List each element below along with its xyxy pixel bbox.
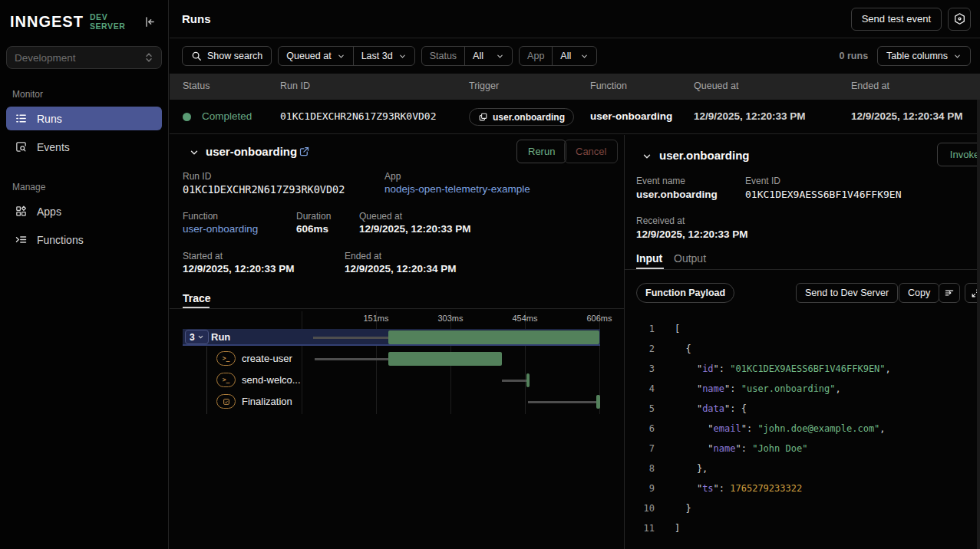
settings-button[interactable] [948, 8, 971, 31]
event-detail-panel: user.onboarding Invoke Event name user.o… [625, 135, 980, 549]
trace-delay-line [315, 358, 388, 360]
dev-server-badge: DEV SERVER [90, 12, 142, 31]
line-number: 11 [625, 523, 655, 534]
app-filter-label: App [520, 47, 552, 65]
column-header-run-id: Run ID [280, 81, 310, 91]
function-link[interactable]: user-onboarding [183, 223, 258, 235]
sidebar-item-runs[interactable]: Runs [6, 107, 162, 130]
status-filter-value[interactable]: All [464, 47, 512, 65]
trace-span-timeline [302, 350, 599, 367]
filter-bar: Show search Queued at Last 3d Status All [170, 38, 980, 74]
trace-axis: 151ms 303ms 454ms 606ms [302, 314, 599, 324]
expand-steps-badge[interactable]: 3 [185, 330, 209, 344]
environment-select-value: Development [15, 52, 76, 64]
page-title: Runs [182, 12, 211, 25]
trace-delay-line [528, 401, 596, 403]
ended-at-cell: 12/9/2025, 12:20:34 PM [851, 110, 963, 122]
column-header-trigger: Trigger [469, 81, 499, 91]
word-wrap-button[interactable] [939, 283, 960, 303]
payload-code-editor[interactable]: 1[2 {3 "id": "01KC1DEX9AESS6BF1V46FFK9EN… [625, 319, 980, 538]
code-line: 8 }, [625, 459, 980, 478]
chevron-down-icon [496, 52, 504, 61]
finalization-check-icon [216, 394, 236, 409]
app-filter-value[interactable]: All [552, 47, 596, 65]
tabs-divider [625, 269, 980, 270]
cancel-button[interactable]: Cancel [564, 140, 618, 163]
trace-span-label: Finalization [242, 396, 292, 407]
code-line: 7 "name": "John Doe" [625, 439, 980, 459]
app-label: App [384, 171, 401, 182]
trace-duration-bar[interactable] [526, 373, 530, 387]
line-number: 6 [625, 423, 655, 434]
line-number: 3 [625, 363, 655, 374]
tab-output[interactable]: Output [674, 252, 706, 265]
environment-select[interactable]: Development [6, 46, 162, 69]
axis-tick: 303ms [437, 314, 463, 323]
step-run-icon: >_ [216, 351, 236, 366]
trace-duration-bar[interactable] [388, 330, 599, 344]
inngest-logo: INNGEST [10, 13, 84, 31]
started-at-value: 12/9/2025, 12:20:33 PM [183, 263, 295, 274]
code-line: 3 "id": "01KC1DEX9AESS6BF1V46FFK9EN", [625, 359, 980, 379]
queued-at-cell: 12/9/2025, 12:20:33 PM [694, 110, 806, 122]
line-number: 9 [625, 483, 655, 494]
collapse-event-detail-icon[interactable] [641, 150, 653, 163]
sidebar-item-label: Events [37, 141, 70, 153]
send-to-dev-server-button[interactable]: Send to Dev Server [796, 283, 898, 303]
sidebar-item-functions[interactable]: Functions [6, 228, 162, 251]
trace-row-finalization[interactable]: Finalization [170, 393, 624, 410]
detail-panels: user-onboarding Rerun Cancel Run ID 01KC… [170, 135, 980, 549]
trace-row-create-user[interactable]: >_ create-user [170, 350, 624, 367]
axis-tick: 151ms [363, 314, 388, 323]
sidebar-item-apps[interactable]: Apps [6, 199, 162, 223]
line-number: 4 [625, 383, 655, 394]
send-test-event-button[interactable]: Send test event [851, 8, 942, 31]
payload-type-badge[interactable]: Function Payload [636, 283, 734, 303]
trace-delay-line [502, 380, 526, 382]
gear-icon [953, 12, 966, 25]
tab-trace[interactable]: Trace [183, 292, 211, 304]
time-range-filter[interactable]: Last 3d [353, 47, 414, 65]
run-detail-title: user-onboarding [206, 145, 297, 158]
event-id-label: Event ID [745, 176, 780, 186]
trace-span-label: create-user [242, 353, 292, 364]
collapse-run-detail-icon[interactable] [188, 146, 200, 159]
rerun-button[interactable]: Rerun [516, 140, 566, 163]
show-search-button[interactable]: Show search [182, 46, 272, 66]
status-dot-completed [183, 113, 191, 121]
line-number: 5 [625, 403, 655, 414]
received-at-label: Received at [636, 215, 685, 226]
duration-value: 606ms [296, 223, 328, 235]
trace-duration-bar[interactable] [596, 395, 600, 409]
trace-row-run[interactable]: 3 Run [170, 329, 624, 346]
trace-row-send-welcome[interactable]: >_ send-welco... [170, 372, 624, 389]
trigger-badge[interactable]: user.onboarding [469, 108, 574, 126]
received-at-value: 12/9/2025, 12:20:33 PM [636, 228, 748, 240]
status-filter-label: Status [422, 47, 464, 65]
table-columns-button[interactable]: Table columns [877, 46, 971, 66]
sidebar-item-events[interactable]: Events [6, 135, 162, 159]
run-table-row[interactable]: Completed 01KC1DEXCHR2N617Z93RK0VD02 use… [170, 100, 980, 134]
chevron-down-icon [580, 52, 589, 61]
column-header-queued-at: Queued at [694, 81, 738, 91]
search-icon [191, 51, 202, 61]
queued-at-value: 12/9/2025, 12:20:33 PM [359, 223, 471, 235]
external-link-icon[interactable] [299, 146, 310, 157]
run-detail-panel: user-onboarding Rerun Cancel Run ID 01KC… [170, 135, 624, 549]
copy-button[interactable]: Copy [899, 283, 939, 303]
app-link[interactable]: nodejs-open-telemetry-example [384, 183, 530, 195]
code-line: 5 "data": { [625, 399, 980, 419]
event-icon [478, 112, 488, 122]
code-line: 10 } [625, 498, 980, 518]
queued-at-label: Queued at [359, 211, 402, 222]
code-line: 1[ [625, 319, 980, 339]
code-line: 11] [625, 518, 980, 538]
tab-input[interactable]: Input [636, 252, 662, 265]
run-status: Completed [202, 110, 252, 122]
collapse-sidebar-icon[interactable] [142, 13, 157, 30]
invoke-button[interactable]: Invoke [937, 143, 980, 166]
select-updown-icon [144, 52, 153, 63]
trace-duration-bar[interactable] [388, 352, 502, 366]
vertical-scrollbar[interactable] [977, 100, 980, 549]
queued-at-filter[interactable]: Queued at [279, 47, 352, 65]
